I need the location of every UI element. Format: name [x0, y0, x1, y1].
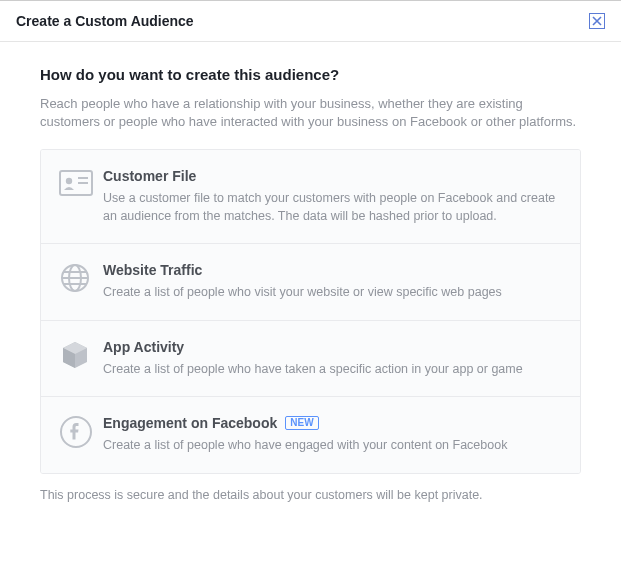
- option-engagement-facebook[interactable]: Engagement on Facebook NEW Create a list…: [41, 397, 580, 473]
- option-title: App Activity: [103, 339, 184, 355]
- globe-icon: [59, 262, 103, 298]
- customer-file-icon: [59, 168, 103, 204]
- dialog-header: Create a Custom Audience: [0, 1, 621, 42]
- dialog-title: Create a Custom Audience: [16, 13, 194, 29]
- privacy-note: This process is secure and the details a…: [40, 488, 581, 502]
- option-desc: Create a list of people who have engaged…: [103, 437, 562, 455]
- close-button[interactable]: [589, 13, 605, 29]
- option-title: Customer File: [103, 168, 196, 184]
- option-title: Website Traffic: [103, 262, 202, 278]
- option-title: Engagement on Facebook: [103, 415, 277, 431]
- dialog-content: How do you want to create this audience?…: [0, 42, 621, 512]
- facebook-icon: [59, 415, 103, 451]
- headline-question: How do you want to create this audience?: [40, 66, 581, 83]
- intro-text: Reach people who have a relationship wit…: [40, 95, 581, 131]
- new-badge: NEW: [285, 416, 318, 430]
- option-app-activity[interactable]: App Activity Create a list of people who…: [41, 321, 580, 398]
- option-website-traffic[interactable]: Website Traffic Create a list of people …: [41, 244, 580, 321]
- cube-icon: [59, 339, 103, 375]
- close-icon: [592, 16, 602, 26]
- option-desc: Create a list of people who have taken a…: [103, 361, 562, 379]
- option-customer-file[interactable]: Customer File Use a customer file to mat…: [41, 150, 580, 244]
- option-desc: Use a customer file to match your custom…: [103, 190, 562, 225]
- options-list: Customer File Use a customer file to mat…: [40, 149, 581, 474]
- create-audience-dialog: Create a Custom Audience How do you want…: [0, 0, 621, 512]
- option-desc: Create a list of people who visit your w…: [103, 284, 562, 302]
- svg-point-1: [66, 178, 72, 184]
